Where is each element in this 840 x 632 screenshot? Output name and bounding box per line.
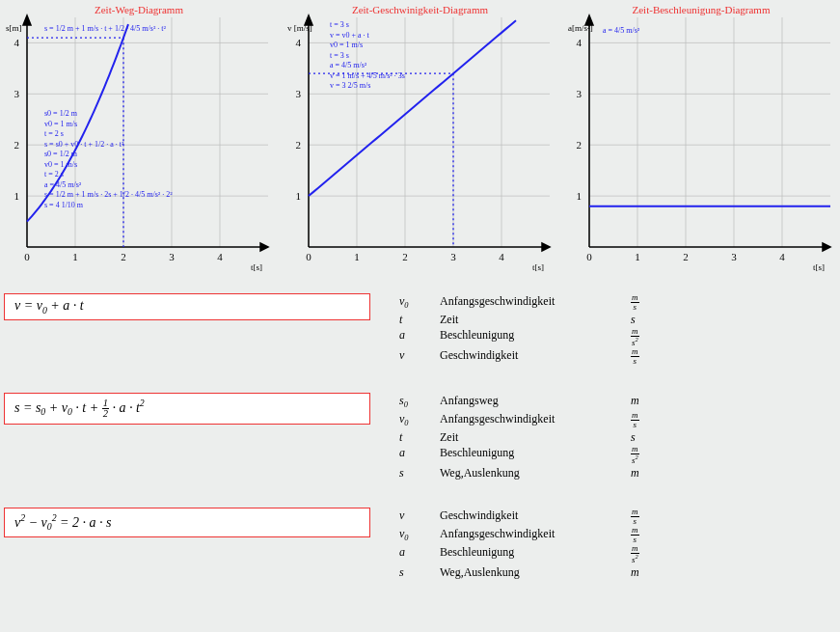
legend-row: vGeschwindigkeitms <box>399 347 669 366</box>
svg-text:a = 4/5 m/s²: a = 4/5 m/s² <box>330 61 367 69</box>
svg-text:s = s0 + v0 · t + 1/2 · a · t²: s = s0 + v0 · t + 1/2 · a · t² <box>44 140 124 149</box>
legend-row: vGeschwindigkeitms <box>399 508 669 526</box>
legend-symbol: t <box>399 429 422 445</box>
formula-legend: vGeschwindigkeitmsv0Anfangsgeschwindigke… <box>399 508 669 580</box>
svg-text:2: 2 <box>14 139 20 151</box>
legend-symbol: a <box>399 445 422 465</box>
svg-text:t[s]: t[s] <box>251 262 262 272</box>
svg-text:v = 3 2/5 m/s: v = 3 2/5 m/s <box>330 81 370 90</box>
svg-text:2: 2 <box>402 251 408 262</box>
legend-row: tZeits <box>399 429 669 445</box>
svg-text:s = 1/2 m + 1 m/s · 2s + 1/2 ·: s = 1/2 m + 1 m/s · 2s + 1/2 · 4/5 m/s² … <box>44 190 173 199</box>
svg-text:t[s]: t[s] <box>813 262 825 272</box>
svg-text:1: 1 <box>635 251 640 262</box>
svg-text:s = 1/2 m + 1 m/s · t + 1/2 · : s = 1/2 m + 1 m/s · t + 1/2 · 4/5 m/s² ·… <box>44 24 167 33</box>
legend-symbol: v <box>399 347 422 366</box>
legend-symbol: v0 <box>399 526 422 544</box>
legend-symbol: s0 <box>399 393 422 411</box>
legend-row: tZeits <box>399 312 669 327</box>
legend-unit: m <box>631 564 669 580</box>
svg-text:v [m/s]: v [m/s] <box>287 23 312 33</box>
legend-row: v0Anfangsgeschwindigkeitms <box>399 526 669 544</box>
legend-symbol: s <box>399 465 422 481</box>
svg-text:v = v0 + a · t: v = v0 + a · t <box>330 31 370 40</box>
svg-text:3: 3 <box>731 251 737 262</box>
legend-unit: m <box>631 465 669 481</box>
svg-text:a[m/s²]: a[m/s²] <box>568 23 593 33</box>
svg-text:1: 1 <box>354 251 360 262</box>
legend-desc: Geschwindigkeit <box>440 347 613 366</box>
formula-box: v2 − v02 = 2 · a · s <box>4 508 370 536</box>
legend-unit: ms2 <box>631 445 669 465</box>
legend-symbol: s <box>399 564 422 580</box>
svg-text:1: 1 <box>72 251 78 262</box>
formula-row: v = v0 + a · tv0Anfangsgeschwindigkeitms… <box>4 293 836 366</box>
svg-text:0: 0 <box>24 251 30 262</box>
legend-unit: s <box>631 429 669 445</box>
legend-row: v0Anfangsgeschwindigkeitms <box>399 293 669 312</box>
svg-text:v0 = 1 m/s: v0 = 1 m/s <box>330 41 363 49</box>
svg-text:t[s]: t[s] <box>532 262 544 272</box>
svg-text:2: 2 <box>121 251 126 262</box>
chart-title: Zeit-Weg-Diagramm <box>95 4 183 15</box>
formula-row: v2 − v02 = 2 · a · svGeschwindigkeitmsv0… <box>4 508 836 580</box>
svg-text:3: 3 <box>295 88 301 99</box>
svg-text:s0 = 1/2 m: s0 = 1/2 m <box>44 109 78 118</box>
svg-text:s = 4 1/10 m: s = 4 1/10 m <box>44 201 84 209</box>
legend-desc: Weg,Auslenkung <box>440 564 613 580</box>
legend-unit: ms <box>631 347 669 366</box>
svg-text:3: 3 <box>14 88 20 99</box>
svg-text:t = 2 s: t = 2 s <box>44 129 64 138</box>
formula-row: s = s0 + v0 · t + 12 · a · t2s0Anfangswe… <box>4 393 836 481</box>
svg-marker-80 <box>823 243 830 251</box>
charts-row: Zeit-Weg-Diagramm 012341234t[s]s[m]s = 1… <box>4 4 836 274</box>
svg-text:1: 1 <box>577 190 583 202</box>
svg-text:4: 4 <box>779 251 785 262</box>
svg-text:0: 0 <box>586 251 592 262</box>
svg-text:2: 2 <box>577 139 583 151</box>
chart-a-t: Zeit-Beschleunigung-Diagramm 012341234t[… <box>566 4 836 274</box>
svg-text:3: 3 <box>450 251 456 262</box>
legend-row: aBeschleunigungms2 <box>399 445 669 465</box>
legend-desc: Anfangsweg <box>440 393 613 411</box>
legend-desc: Zeit <box>440 429 613 445</box>
legend-row: sWeg,Auslenkungm <box>399 465 669 481</box>
svg-text:t = 3 s: t = 3 s <box>330 20 349 29</box>
legend-desc: Zeit <box>440 312 613 327</box>
svg-marker-10 <box>260 243 268 251</box>
svg-text:0: 0 <box>306 251 312 262</box>
legend-unit: s <box>631 312 669 327</box>
svg-text:v = 1 m/s + 4/5 m/s² · 3s: v = 1 m/s + 4/5 m/s² · 3s <box>330 71 405 80</box>
svg-marker-47 <box>542 243 550 251</box>
svg-text:1: 1 <box>295 190 301 202</box>
legend-desc: Beschleunigung <box>440 544 613 564</box>
chart-title: Zeit-Geschwinigkeit-Diagramm <box>352 4 488 15</box>
legend-desc: Beschleunigung <box>440 445 613 465</box>
legend-desc: Weg,Auslenkung <box>440 465 613 481</box>
chart-title: Zeit-Beschleunigung-Diagramm <box>633 4 771 15</box>
svg-text:4: 4 <box>217 251 223 262</box>
chart-svg: 012341234t[s]s[m]s = 1/2 m + 1 m/s · t +… <box>4 4 274 274</box>
svg-text:t = 2 s: t = 2 s <box>44 170 64 179</box>
svg-text:4: 4 <box>295 37 301 48</box>
legend-desc: Anfangsgeschwindigkeit <box>440 293 613 312</box>
svg-text:2: 2 <box>683 251 689 262</box>
svg-text:v0 = 1 m/s: v0 = 1 m/s <box>44 160 77 169</box>
svg-text:4: 4 <box>499 251 504 262</box>
legend-desc: Beschleunigung <box>440 327 613 347</box>
svg-text:4: 4 <box>577 37 583 48</box>
formulas-section: v = v0 + a · tv0Anfangsgeschwindigkeitms… <box>4 293 836 580</box>
svg-marker-12 <box>23 15 31 25</box>
legend-desc: Anfangsgeschwindigkeit <box>440 526 613 544</box>
svg-text:3: 3 <box>169 251 175 262</box>
legend-unit: ms <box>631 508 669 526</box>
formula-legend: v0AnfangsgeschwindigkeitmstZeitsaBeschle… <box>399 293 669 366</box>
legend-row: s0Anfangswegm <box>399 393 669 411</box>
legend-row: aBeschleunigungms2 <box>399 544 669 564</box>
svg-text:4: 4 <box>14 37 20 48</box>
formula-box: s = s0 + v0 · t + 12 · a · t2 <box>4 393 370 424</box>
svg-text:a = 4/5 m/s²: a = 4/5 m/s² <box>44 180 82 189</box>
legend-symbol: v0 <box>399 411 422 429</box>
svg-text:2: 2 <box>295 139 301 151</box>
legend-symbol: v <box>399 508 422 526</box>
